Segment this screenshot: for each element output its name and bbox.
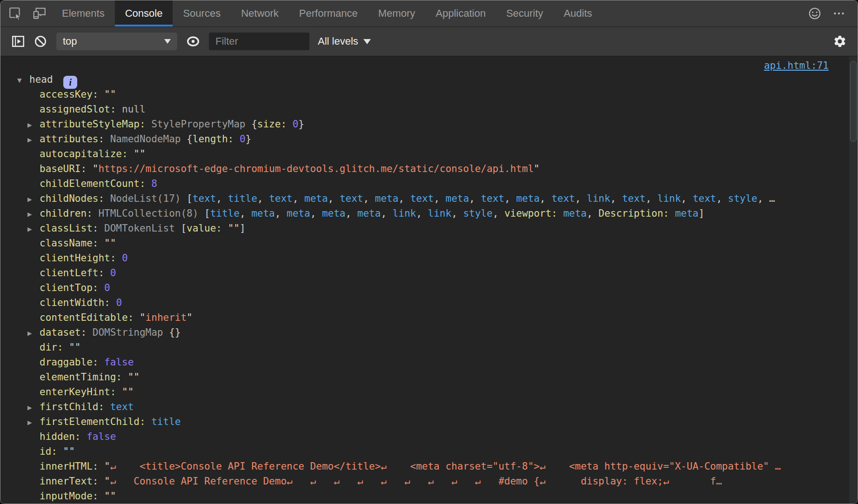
seg-key: draggable: — [40, 357, 104, 368]
filter-input[interactable] — [209, 33, 309, 50]
feedback-smiley-icon[interactable] — [803, 0, 827, 27]
seg-plain: } — [298, 119, 304, 130]
seg-num: 8 — [151, 178, 157, 189]
seg-key: classList: — [40, 223, 104, 234]
seg-key: clientTop: — [40, 282, 104, 293]
tree-row: id: "" — [0, 444, 858, 459]
seg-plain: ] — [240, 223, 246, 234]
arrow-spacer — [27, 475, 40, 490]
seg-key: firstElementChild: — [40, 416, 151, 427]
expand-arrow-icon[interactable]: ▶ — [27, 133, 40, 147]
inspect-element-icon[interactable] — [3, 0, 27, 27]
seg-node: meta — [357, 208, 381, 219]
seg-key: hidden: — [40, 431, 87, 442]
seg-key: clientHeight: — [40, 252, 122, 264]
seg-node: meta — [675, 208, 699, 219]
seg-key: elementTiming: — [40, 371, 128, 383]
seg-plain: , — [575, 193, 587, 204]
tree-row: className: "" — [0, 236, 858, 251]
tree-row: dir: "" — [0, 340, 858, 355]
expand-arrow-icon[interactable]: ▶ — [27, 222, 40, 237]
console-sidebar-icon[interactable] — [7, 34, 29, 49]
tab-network[interactable]: Network — [231, 0, 289, 27]
seg-type: StylePropertyMap — [151, 119, 251, 130]
tree-row: accessKey: "" — [0, 87, 858, 102]
chevron-down-icon — [363, 39, 371, 44]
level-select[interactable]: All levels — [318, 35, 371, 47]
tab-elements[interactable]: Elements — [52, 0, 115, 27]
collapse-arrow-icon[interactable]: ▼ — [17, 73, 29, 88]
arrow-spacer — [27, 296, 40, 311]
expand-arrow-icon[interactable]: ▶ — [27, 326, 40, 341]
tab-sources[interactable]: Sources — [173, 0, 231, 27]
seg-node: meta — [287, 208, 310, 219]
seg-node: title — [151, 416, 181, 427]
arrow-spacer — [27, 281, 40, 296]
seg-key: clientWidth: — [40, 297, 116, 308]
more-menu-icon[interactable] — [827, 0, 851, 27]
source-link[interactable]: api.html:71 — [0, 56, 858, 72]
expand-arrow-icon[interactable]: ▶ — [27, 118, 40, 133]
seg-plain: , — [293, 193, 304, 204]
tab-strip: ElementsConsoleSourcesNetworkPerformance… — [52, 0, 603, 27]
tree-row: contentEditable: "inherit" — [0, 310, 858, 325]
seg-node: link — [587, 193, 610, 204]
expand-arrow-icon[interactable]: ▶ — [27, 192, 40, 207]
arrow-spacer — [27, 356, 40, 371]
tab-console[interactable]: Console — [115, 0, 173, 27]
arrow-spacer — [27, 311, 40, 326]
tree-row: clientWidth: 0 — [0, 295, 858, 310]
seg-q: " — [104, 476, 110, 487]
live-expression-eye-icon[interactable] — [182, 33, 204, 49]
expand-arrow-icon[interactable]: ▶ — [27, 415, 40, 430]
seg-node: text — [269, 193, 293, 204]
tab-performance[interactable]: Performance — [289, 0, 368, 27]
seg-node: meta — [446, 193, 469, 204]
seg-q: "" — [104, 238, 116, 249]
seg-plain: { — [251, 119, 257, 130]
seg-node: style — [728, 193, 757, 204]
arrow-spacer — [27, 460, 40, 475]
tab-memory[interactable]: Memory — [368, 0, 425, 27]
seg-plain: , — [346, 208, 357, 219]
tree-row: assignedSlot: null — [0, 102, 858, 117]
seg-q: " — [104, 461, 110, 472]
tab-application[interactable]: Application — [425, 0, 496, 27]
seg-plain: , — [216, 193, 228, 204]
tree-row: baseURI: "https://microsoft-edge-chromiu… — [0, 161, 858, 176]
vertical-scrollbar[interactable] — [849, 56, 858, 504]
seg-plain: , — [240, 208, 251, 219]
context-select[interactable]: top — [56, 33, 177, 50]
seg-node: meta — [251, 208, 275, 219]
seg-plain: ] — [698, 208, 704, 219]
tree-row: ▶firstChild: text — [0, 399, 858, 414]
seg-str: ↵ <title>Console API Reference Demo</tit… — [110, 461, 781, 472]
seg-plain: [ — [181, 223, 187, 234]
level-select-value: All levels — [318, 35, 358, 47]
expand-arrow-icon[interactable]: ▶ — [27, 400, 40, 415]
tab-security[interactable]: Security — [496, 0, 553, 27]
tree-row: ▶children: HTMLCollection(8) [title, met… — [0, 206, 858, 221]
scrollbar-thumb[interactable] — [850, 61, 857, 142]
seg-plain: , — [363, 193, 375, 204]
device-toolbar-icon[interactable] — [27, 0, 52, 27]
clear-console-icon[interactable] — [29, 34, 52, 49]
seg-key: clientLeft: — [40, 267, 110, 279]
seg-num: 0 — [110, 267, 116, 279]
settings-gear-icon[interactable] — [829, 34, 851, 48]
seg-plain: , — [716, 193, 728, 204]
seg-key: length: — [193, 133, 240, 145]
expand-arrow-icon[interactable]: ▶ — [27, 207, 40, 222]
seg-plain: , — [504, 193, 516, 204]
seg-type: NamedNodeMap — [110, 133, 187, 145]
tab-audits[interactable]: Audits — [553, 0, 602, 27]
arrow-spacer — [27, 266, 40, 281]
tree-row: innerText: "↵ Console API Reference Demo… — [0, 474, 858, 489]
seg-key: dir: — [40, 342, 69, 353]
seg-plain: [ — [187, 193, 193, 204]
tree-row: ▶firstElementChild: title — [0, 414, 858, 429]
seg-dim: null — [122, 104, 146, 115]
seg-num: 0 — [122, 252, 128, 264]
seg-q: " — [534, 163, 540, 174]
seg-node: title — [210, 208, 240, 219]
